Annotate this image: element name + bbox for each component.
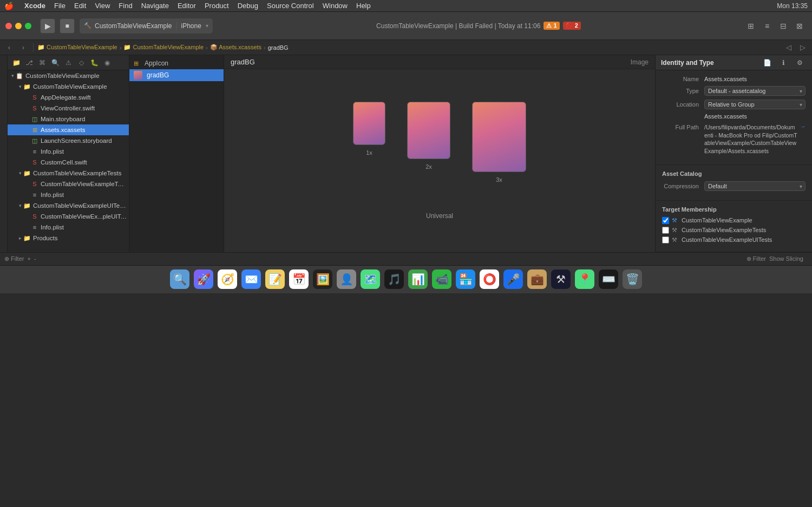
dock-chrome[interactable]: ⭕ bbox=[479, 268, 500, 290]
swift-icon: S bbox=[30, 93, 39, 102]
sidebar-item-mainstoryboard[interactable]: ▸ ◫ Main.storyboard bbox=[8, 114, 129, 124]
debug-nav-button[interactable]: 🐛 bbox=[89, 57, 100, 68]
symbol-nav-button[interactable]: ⌘ bbox=[37, 57, 48, 68]
dock-numbers[interactable]: 📊 bbox=[407, 268, 429, 290]
show-slicing-btn[interactable]: Show Slicing bbox=[769, 255, 803, 262]
dock-finder[interactable]: 🔍 bbox=[169, 268, 191, 290]
dock-xcode-dock[interactable]: ⚒ bbox=[550, 268, 572, 290]
menu-product[interactable]: Product bbox=[205, 2, 229, 10]
target-checkbox-1[interactable] bbox=[662, 227, 669, 234]
filter-right-button[interactable]: ⊕ Filter bbox=[746, 255, 766, 262]
inspector-toggle-button[interactable]: ≡ bbox=[760, 19, 774, 33]
dock-launchpad[interactable]: 🚀 bbox=[193, 268, 214, 290]
source-control-nav-button[interactable]: ⎇ bbox=[24, 57, 35, 68]
scheme-selector[interactable]: 🔨 CustomTableViewExample iPhone ▾ bbox=[79, 18, 213, 34]
version-editor-button[interactable]: ⊠ bbox=[793, 19, 807, 33]
navigator-icon-right[interactable]: ▷ bbox=[797, 42, 809, 54]
sidebar-item-main-group[interactable]: ▾ 📁 CustomTableViewExample bbox=[8, 81, 129, 92]
rpanel-type-select[interactable]: Default - assetcatalog bbox=[704, 86, 806, 96]
minimize-button[interactable] bbox=[15, 23, 22, 29]
menu-editor[interactable]: Editor bbox=[178, 2, 196, 10]
asset-image-1x[interactable] bbox=[353, 102, 385, 145]
sidebar-item-infoplist3[interactable]: ▸ ≡ Info.plist bbox=[8, 222, 129, 233]
menu-edit[interactable]: Edit bbox=[74, 2, 86, 10]
close-button[interactable] bbox=[5, 23, 12, 29]
menu-navigate[interactable]: Navigate bbox=[141, 2, 169, 10]
dock-calendar[interactable]: 📅 bbox=[288, 268, 310, 290]
navigator-toggle-button[interactable]: ⊞ bbox=[744, 19, 758, 33]
dock-mail[interactable]: ✉️ bbox=[240, 268, 262, 290]
menu-help[interactable]: Help bbox=[356, 2, 371, 10]
apple-menu[interactable]: 🍎 bbox=[4, 2, 14, 10]
maps2-icon: 📍 bbox=[575, 269, 594, 289]
navigator-icon-left[interactable]: ◁ bbox=[783, 42, 795, 54]
asset-image-2x[interactable] bbox=[407, 102, 450, 159]
filter-button[interactable]: ⊕ Filter bbox=[4, 255, 24, 262]
sidebar-item-infoplist1[interactable]: ▸ ≡ Info.plist bbox=[8, 146, 129, 157]
menu-debug[interactable]: Debug bbox=[238, 2, 258, 10]
menu-view[interactable]: View bbox=[95, 2, 110, 10]
target-app-icon-1: ⚒ bbox=[672, 227, 677, 234]
dock-music[interactable]: 🎵 bbox=[383, 268, 405, 290]
sidebar-item-products[interactable]: ▸ 📁 Products bbox=[8, 233, 129, 243]
add-asset-button[interactable]: + bbox=[27, 255, 30, 262]
sidebar-item-infoplist2[interactable]: ▸ ≡ Info.plist bbox=[8, 189, 129, 200]
forward-button[interactable]: › bbox=[17, 42, 29, 54]
run-button[interactable]: ▶ bbox=[40, 18, 55, 34]
sidebar-item-tests-group[interactable]: ▾ 📁 CustomTableViewExampleTests bbox=[8, 168, 129, 179]
assistant-editor-button[interactable]: ⊟ bbox=[776, 19, 790, 33]
breakpoint-nav-button[interactable]: ◉ bbox=[102, 57, 113, 68]
dock-photos[interactable]: 🖼️ bbox=[312, 268, 333, 290]
dock-maps[interactable]: 🗺️ bbox=[359, 268, 381, 290]
sidebar-item-viewcontroller[interactable]: ▸ S ViewController.swift bbox=[8, 103, 129, 114]
maximize-button[interactable] bbox=[25, 23, 31, 29]
sidebar-item-uitests-swift[interactable]: ▸ S CustomTableViewEx...pleUITests.swift bbox=[8, 211, 129, 222]
sidebar-item-customcell[interactable]: ▸ S CustomCell.swift bbox=[8, 157, 129, 168]
target-checkbox-2[interactable] bbox=[662, 236, 669, 243]
safari-icon: 🧭 bbox=[218, 269, 237, 289]
sidebar-item-uitests-group[interactable]: ▾ 📁 CustomTableViewExampleUITests bbox=[8, 200, 129, 211]
rpanel-name-value[interactable]: Assets.xcassets bbox=[704, 76, 747, 82]
rp-info-icon[interactable]: ℹ bbox=[776, 56, 790, 70]
dock-facetime[interactable]: 📹 bbox=[431, 268, 453, 290]
rpanel-location-select[interactable]: Relative to Group Absolute Path Relative… bbox=[704, 100, 806, 109]
dock-safari[interactable]: 🧭 bbox=[217, 268, 238, 290]
dock-notes[interactable]: 📝 bbox=[264, 268, 286, 290]
rpanel-compression-select[interactable]: Default ASTC ETC2 Original bbox=[704, 181, 806, 191]
target-checkbox-0[interactable] bbox=[662, 217, 669, 224]
find-nav-button[interactable]: 🔍 bbox=[50, 57, 61, 68]
breadcrumb-project[interactable]: 📁 CustomTableViewExample bbox=[37, 44, 117, 51]
file-list-item-appicon[interactable]: ⊞ AppIcon bbox=[129, 57, 224, 69]
sidebar-item-appdelegate[interactable]: ▸ S AppDelegate.swift bbox=[8, 92, 129, 103]
rpanel-fullpath-edit[interactable]: → bbox=[800, 123, 806, 129]
issue-nav-button[interactable]: ⚠ bbox=[63, 57, 74, 68]
asset-image-3x[interactable] bbox=[472, 102, 526, 172]
menu-window[interactable]: Window bbox=[323, 2, 348, 10]
dock-terminal[interactable]: ⌨️ bbox=[598, 268, 619, 290]
sidebar-item-launchscreen[interactable]: ▸ ◫ LaunchScreen.storyboard bbox=[8, 135, 129, 146]
sidebar-item-root-project[interactable]: ▾ 📋 CustomTableViewExample bbox=[8, 70, 129, 81]
stop-button[interactable]: ■ bbox=[60, 18, 75, 34]
app-menu-xcode[interactable]: Xcode bbox=[24, 2, 45, 10]
menu-find[interactable]: Find bbox=[119, 2, 132, 10]
file-list-item-gradbg[interactable]: gradBG bbox=[129, 69, 224, 81]
dock-finder2[interactable]: 💼 bbox=[526, 268, 548, 290]
rp-doc-icon[interactable]: 📄 bbox=[760, 56, 774, 70]
dock-trash[interactable]: 🗑️ bbox=[621, 268, 643, 290]
sidebar-item-assets[interactable]: ▸ ⊞ Assets.xcassets bbox=[8, 124, 129, 135]
sidebar-item-tests-swift[interactable]: ▸ S CustomTableViewExampleTests.swift bbox=[8, 179, 129, 189]
breadcrumb-assets[interactable]: 📦 Assets.xcassets bbox=[210, 44, 261, 51]
menu-source-control[interactable]: Source Control bbox=[267, 2, 314, 10]
dock-appstore[interactable]: 🏪 bbox=[455, 268, 476, 290]
back-button[interactable]: ‹ bbox=[3, 42, 15, 54]
dock-contacts[interactable]: 👤 bbox=[336, 268, 357, 290]
remove-asset-button[interactable]: - bbox=[34, 255, 36, 262]
folder-icon-tests: 📁 bbox=[23, 169, 31, 177]
dock-keynote[interactable]: 🎤 bbox=[502, 268, 524, 290]
breadcrumb-group[interactable]: 📁 CustomTableViewExample bbox=[123, 44, 204, 51]
dock-maps2[interactable]: 📍 bbox=[574, 268, 595, 290]
rp-attr-icon[interactable]: ⚙ bbox=[793, 56, 807, 70]
file-nav-button[interactable]: 📁 bbox=[11, 57, 22, 68]
menu-file[interactable]: File bbox=[54, 2, 66, 10]
test-nav-button[interactable]: ◇ bbox=[76, 57, 87, 68]
